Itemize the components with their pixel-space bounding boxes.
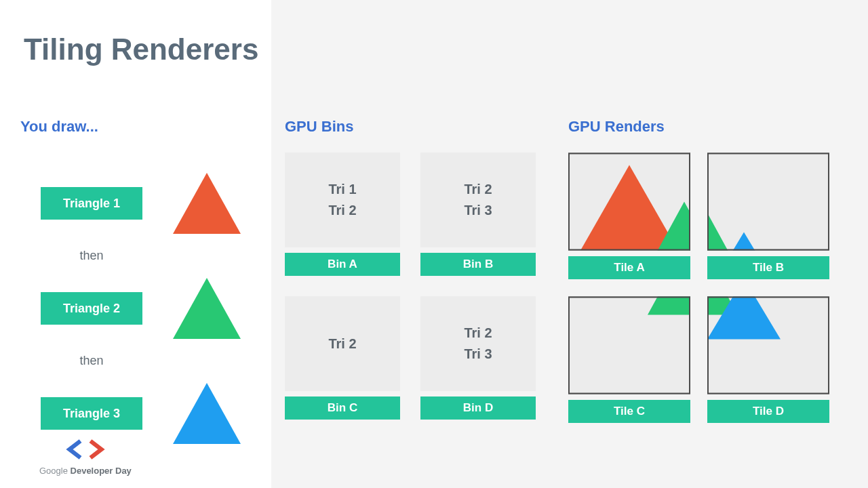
tile-a-render: [568, 152, 690, 251]
bin-b-tri2: Tri 3: [464, 203, 492, 218]
then-1: then: [41, 249, 142, 263]
footer-dev: Developer Day: [68, 466, 132, 476]
bin-c-tri1: Tri 2: [328, 336, 356, 352]
tile-c-label: Tile C: [568, 400, 690, 423]
google-dev-icon: [64, 436, 106, 463]
gpu-renders-column: Tile A Tile B: [568, 152, 840, 423]
bin-b-label: Bin B: [420, 253, 536, 276]
section-gpu-bins: GPU Bins: [285, 118, 353, 136]
tile-a-label: Tile A: [568, 256, 690, 279]
slide-title: Tiling Renderers: [24, 33, 258, 66]
tile-d-render: [707, 296, 829, 394]
bin-b: Tri 2 Tri 3 Bin B: [420, 152, 536, 276]
svg-marker-1: [173, 278, 241, 339]
tile-b-label: Tile B: [707, 256, 829, 279]
bin-d-label: Bin D: [420, 396, 536, 420]
bin-c: Tri 2 Bin C: [285, 296, 400, 420]
triangle-2-icon: [173, 278, 241, 339]
triangle-1-label: Triangle 1: [41, 187, 142, 220]
triangle-2-label: Triangle 2: [41, 292, 142, 325]
you-draw-column: Triangle 1 then Triangle 2 then Triangle…: [41, 173, 258, 444]
svg-marker-0: [173, 173, 241, 234]
then-2: then: [41, 354, 142, 368]
footer-logo: Google Developer Day: [39, 436, 132, 476]
footer-google: Google: [39, 466, 68, 476]
svg-rect-11: [707, 153, 829, 251]
gpu-bins-column: Tri 1 Tri 2 Bin A Tri 2 Tri 3 Bin B Tri …: [285, 152, 536, 420]
svg-marker-2: [173, 383, 241, 444]
bin-a: Tri 1 Tri 2 Bin A: [285, 152, 400, 276]
tile-b-render: [707, 152, 829, 251]
bin-d: Tri 2 Tri 3 Bin D: [420, 296, 536, 420]
bin-a-label: Bin A: [285, 253, 400, 276]
footer-text: Google Developer Day: [39, 466, 132, 476]
tile-d: Tile D: [707, 296, 829, 423]
triangle-3-label: Triangle 3: [41, 397, 142, 430]
tile-c-render: [568, 296, 690, 394]
section-you-draw: You draw...: [20, 118, 98, 136]
tile-b: Tile B: [707, 152, 829, 279]
bin-d-tri2: Tri 3: [464, 346, 492, 362]
bin-a-tri1: Tri 1: [328, 182, 356, 197]
tile-d-label: Tile D: [707, 400, 829, 423]
section-gpu-renders: GPU Renders: [568, 118, 665, 136]
tile-c: Tile C: [568, 296, 690, 423]
bin-a-tri2: Tri 2: [328, 203, 356, 218]
bin-b-tri1: Tri 2: [464, 182, 492, 197]
tile-a: Tile A: [568, 152, 690, 279]
triangle-3-icon: [173, 383, 241, 444]
bin-d-tri1: Tri 2: [464, 325, 492, 341]
bin-c-label: Bin C: [285, 396, 400, 420]
triangle-1-icon: [173, 173, 241, 234]
